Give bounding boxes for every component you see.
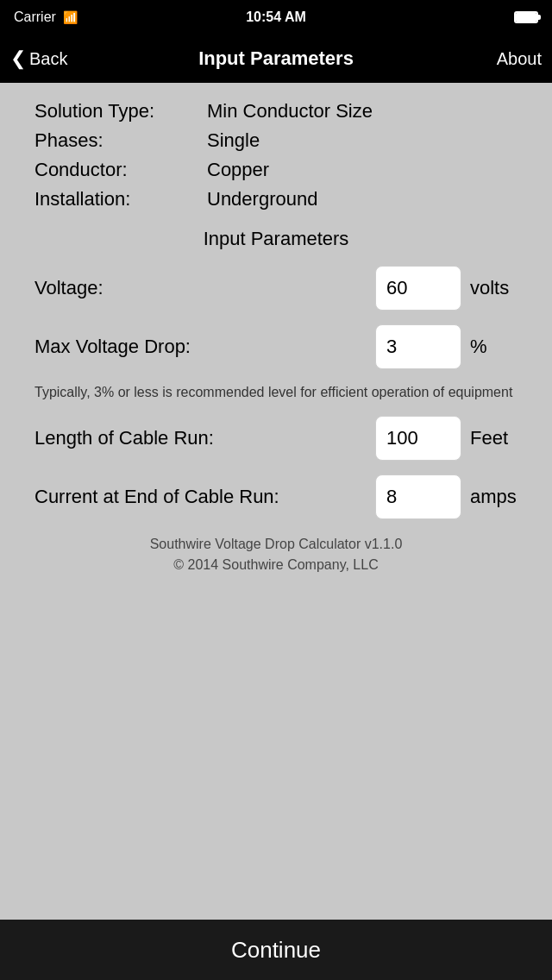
back-label: Back <box>29 49 67 69</box>
current-end-input[interactable] <box>375 474 461 519</box>
nav-title: Input Parameters <box>198 47 354 70</box>
current-end-unit: amps <box>470 486 518 508</box>
wifi-icon: 📶 <box>63 10 78 24</box>
solution-type-value: Min Conductor Size <box>207 100 373 122</box>
continue-button[interactable]: Continue <box>231 937 321 964</box>
info-row-phases: Phases: Single <box>34 129 518 152</box>
cable-run-length-input[interactable] <box>375 416 461 461</box>
max-voltage-drop-label: Max Voltage Drop: <box>34 336 375 358</box>
installation-value: Underground <box>207 188 317 210</box>
info-row-conductor: Conductor: Copper <box>34 159 518 181</box>
battery-fill <box>516 13 536 22</box>
about-button[interactable]: About <box>497 49 542 69</box>
info-row-installation: Installation: Underground <box>34 188 518 210</box>
max-voltage-drop-row: Max Voltage Drop: % <box>34 324 518 369</box>
status-bar-time: 10:54 AM <box>246 9 306 25</box>
bottom-bar: Continue <box>0 920 552 980</box>
voltage-unit: volts <box>470 277 518 299</box>
back-chevron-icon: ❮ <box>10 49 26 68</box>
cable-run-length-unit: Feet <box>470 427 518 449</box>
battery-icon <box>514 11 538 23</box>
voltage-drop-note: Typically, 3% or less is recommended lev… <box>34 383 518 402</box>
installation-label: Installation: <box>34 188 207 210</box>
conductor-label: Conductor: <box>34 159 207 181</box>
voltage-input[interactable] <box>375 266 461 311</box>
back-button[interactable]: ❮ Back <box>10 49 67 69</box>
nav-bar: ❮ Back Input Parameters About <box>0 35 552 83</box>
voltage-label: Voltage: <box>34 277 375 299</box>
max-voltage-drop-unit: % <box>470 336 518 358</box>
cable-run-length-label: Length of Cable Run: <box>34 427 375 449</box>
voltage-row: Voltage: volts <box>34 266 518 311</box>
status-bar: Carrier 📶 10:54 AM <box>0 0 552 35</box>
conductor-value: Copper <box>207 159 269 181</box>
info-row-solution-type: Solution Type: Min Conductor Size <box>34 100 518 122</box>
info-section: Solution Type: Min Conductor Size Phases… <box>34 100 518 210</box>
main-content: Solution Type: Min Conductor Size Phases… <box>0 83 552 920</box>
phases-label: Phases: <box>34 129 207 152</box>
status-bar-left: Carrier 📶 <box>14 9 78 25</box>
max-voltage-drop-input[interactable] <box>375 324 461 369</box>
input-section-title: Input Parameters <box>34 228 518 250</box>
current-end-row: Current at End of Cable Run: amps <box>34 474 518 519</box>
carrier-label: Carrier <box>14 9 56 25</box>
current-end-label: Current at End of Cable Run: <box>34 486 375 508</box>
footer-section: Southwire Voltage Drop Calculator v1.1.0… <box>34 537 518 573</box>
copyright-text: © 2014 Southwire Company, LLC <box>34 557 518 573</box>
cable-run-length-row: Length of Cable Run: Feet <box>34 416 518 461</box>
phases-value: Single <box>207 129 260 152</box>
solution-type-label: Solution Type: <box>34 100 207 122</box>
app-name-text: Southwire Voltage Drop Calculator v1.1.0 <box>34 537 518 552</box>
status-bar-right <box>514 11 538 23</box>
